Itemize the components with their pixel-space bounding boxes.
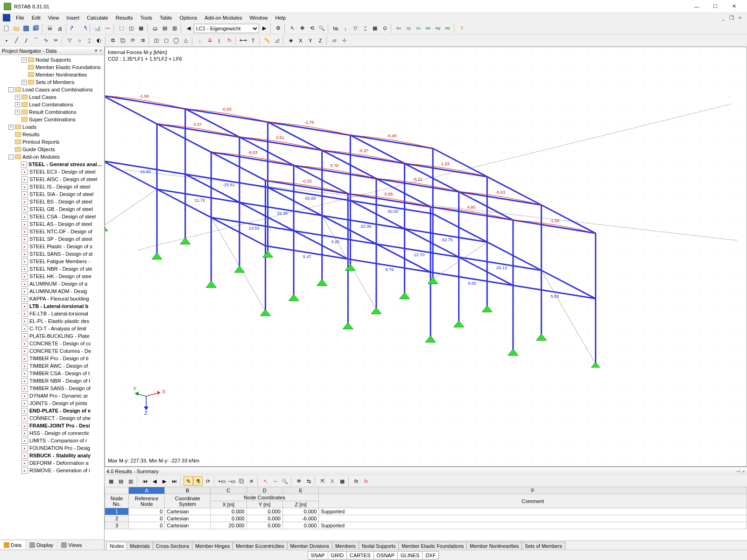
status-grid[interactable]: GRID (328, 551, 347, 560)
member-button[interactable]: ╱ (12, 36, 21, 45)
undo-button[interactable] (69, 24, 78, 33)
tree-item[interactable]: ▸LIMITS - Comparison of r (0, 437, 104, 444)
table-row[interactable]: 30Cartesian20.0000.0000.000Supported (105, 522, 747, 529)
results-tab-materials[interactable]: Materials (127, 542, 153, 550)
nodal-load-button[interactable]: ↓ (195, 36, 204, 45)
results-tab-member-elastic-foundations[interactable]: Member Elastic Foundations (398, 542, 467, 550)
tree-item[interactable]: ▸STEEL NBR - Design of ste (0, 265, 104, 273)
tree-item[interactable]: ▸DYNAM Pro - Dynamic ar (0, 392, 104, 399)
results-tab-nodal-supports[interactable]: Nodal Supports (359, 542, 399, 550)
table-function2-button[interactable]: fx (361, 476, 371, 486)
results-tab-nodes[interactable]: Nodes (106, 542, 127, 550)
tree-expander-icon[interactable]: + (21, 57, 27, 63)
results-pin-icon[interactable]: ⊣ (736, 469, 740, 475)
table-sync-button[interactable]: ⇆ (304, 476, 313, 486)
continuous-button[interactable]: ∿ (41, 36, 50, 45)
nav-tab-data[interactable]: Data (0, 541, 26, 549)
deform-button[interactable]: 〰 (103, 24, 112, 33)
table-filter-button[interactable]: ⚗ (193, 476, 203, 486)
status-osnap[interactable]: OSNAP (374, 551, 398, 560)
workplane-button[interactable]: ▱ (330, 36, 339, 45)
menu-tools[interactable]: Tools (136, 14, 156, 21)
menu-system-icon[interactable] (3, 14, 10, 21)
view-x-button[interactable]: X (296, 36, 305, 45)
print-graphic-button[interactable]: 🖨 (55, 24, 64, 33)
tree-item[interactable]: ▸RSBUCK - Stability analy (0, 452, 104, 459)
tree-item[interactable]: ▸STEEL IS - Design of steel (0, 183, 104, 190)
results-tab-cross-sections[interactable]: Cross-Sections (153, 542, 192, 550)
tree-expander-icon[interactable]: + (8, 125, 14, 130)
cube-button[interactable]: ◫ (152, 36, 161, 45)
tree-expander-icon[interactable]: + (21, 80, 27, 85)
result-my-button[interactable]: My (433, 24, 443, 33)
user-cs-button[interactable]: ⊹ (339, 36, 349, 45)
table-results-button[interactable]: ▥ (126, 476, 135, 486)
table-delete-row-button[interactable]: −▭ (227, 476, 236, 486)
tree-expander-icon[interactable]: + (15, 95, 20, 100)
tables-button[interactable]: ▤ (160, 24, 169, 33)
save-all-button[interactable] (31, 24, 41, 33)
col-letter[interactable]: D (247, 487, 282, 494)
tree-item[interactable]: ▸STEEL GB - Design of steel (0, 205, 104, 213)
select-button[interactable]: ↖ (288, 24, 297, 33)
tree-item[interactable]: ▸STEEL NTC-DF - Design of (0, 228, 104, 235)
tree-item[interactable]: +Loads (0, 123, 104, 131)
tree-item[interactable]: ▸FRAME-JOINT Pro - Desi (0, 422, 104, 429)
tree-expander-icon[interactable]: - (8, 87, 14, 92)
menu-file[interactable]: File (12, 14, 28, 21)
rotate-button[interactable]: ⟲ (307, 24, 317, 33)
grid-button[interactable]: ▦ (370, 24, 380, 33)
tree-item[interactable]: ▸EL-PL - Elastic-plastic des (0, 317, 104, 325)
results-tab-member-hinges[interactable]: Member Hinges (192, 542, 233, 550)
copy-button[interactable]: ⿻ (118, 36, 127, 45)
next-lc-button[interactable]: ▶ (260, 24, 269, 33)
menu-options[interactable]: Options (176, 14, 201, 21)
tree-item[interactable]: Member Elastic Foundations (0, 63, 104, 71)
tree-item[interactable]: ▸STEEL EC3 - Design of steel (0, 168, 104, 175)
mdi-close-icon[interactable]: × (736, 15, 744, 21)
tree-item[interactable]: Member Nonlinearities (0, 71, 104, 78)
tree-item[interactable]: ▸CONCRETE - Design of cc (0, 340, 104, 347)
mdi-minimize-icon[interactable]: _ (719, 15, 727, 21)
status-cartes[interactable]: CARTES (346, 551, 374, 560)
help-button[interactable]: ? (457, 24, 466, 33)
table-excel-button[interactable]: X (328, 476, 337, 486)
results-grid[interactable]: ABCDEFNodeNo.ReferenceNodeCoordinateSyst… (105, 487, 747, 540)
new-button[interactable] (2, 24, 11, 33)
table-clear-button[interactable]: ✕ (247, 476, 256, 486)
snap-button[interactable]: ⊙ (380, 24, 389, 33)
table-edit-button[interactable]: ✎ (183, 476, 193, 486)
dimension-button[interactable]: ⟷ (239, 36, 248, 45)
minimize-button[interactable]: — (687, 1, 706, 12)
menu-insert[interactable]: Insert (63, 14, 83, 21)
moment-load-button[interactable]: ↻ (225, 36, 234, 45)
tree-item[interactable]: ▸KAPPA - Flexural buckling (0, 295, 104, 302)
menu-calculate[interactable]: Calculate (83, 14, 112, 21)
table-row[interactable]: 10Cartesian0.0000.0000.000Supported (105, 508, 747, 515)
show-numbering-button[interactable]: № (331, 24, 340, 33)
view-z-button[interactable]: Z (316, 36, 325, 45)
result-vz-button[interactable]: Vz (414, 24, 423, 33)
status-snap[interactable]: SNAP (308, 551, 328, 560)
tree-item[interactable]: +Nodal Supports (0, 56, 104, 63)
nav-tab-views[interactable]: Views (57, 541, 86, 549)
tree-item[interactable]: ▸RSMOVE - Generation of i (0, 467, 104, 474)
col-letter[interactable]: B (165, 487, 211, 494)
tree-item[interactable]: ▸ALUMINUM ADM - Desig (0, 287, 104, 295)
hinge-button[interactable]: ○ (75, 36, 84, 45)
table-next-button[interactable]: ▶ (160, 476, 169, 486)
mirror-button[interactable]: ⧉ (108, 36, 118, 45)
tree-item[interactable]: -Add-on Modules (0, 153, 104, 161)
result-nx-button[interactable]: Nx (394, 24, 403, 33)
menu-results[interactable]: Results (112, 14, 137, 21)
model-button[interactable]: ⬚ (117, 24, 126, 33)
tree-item[interactable]: ▸ALUMINUM - Design of a (0, 280, 104, 287)
tree-item[interactable]: +Result Combinations (0, 108, 104, 116)
menu-window[interactable]: Window (246, 14, 271, 21)
tree-item[interactable]: ▸TIMBER Pro - Design of ti (0, 355, 104, 362)
tree-item[interactable]: ▸HSS - Design of connectic (0, 429, 104, 437)
menu-add-on-modules[interactable]: Add-on Modules (201, 14, 246, 21)
table-export-button[interactable]: ⇱ (318, 476, 327, 486)
status-dxf[interactable]: DXF (422, 551, 439, 560)
load-case-select[interactable]: LC1 - Eigengewicht (194, 24, 259, 33)
